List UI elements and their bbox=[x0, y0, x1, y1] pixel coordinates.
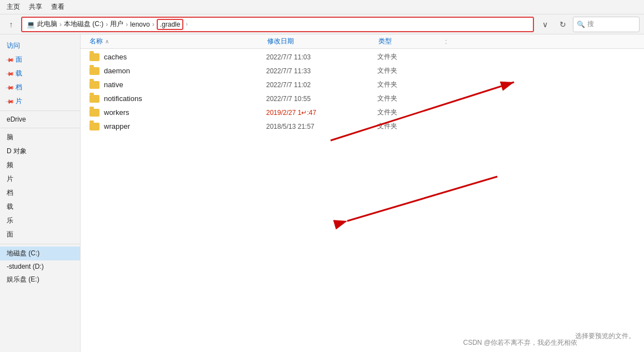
file-name: wrapper bbox=[104, 122, 266, 130]
search-icon: 🔍 bbox=[577, 21, 585, 28]
sidebar-item-music[interactable]: 乐 bbox=[0, 214, 80, 228]
sidebar-divider-3 bbox=[0, 244, 80, 244]
file-type: 文件夹 bbox=[377, 66, 444, 76]
file-name: daemon bbox=[104, 67, 266, 75]
file-date: 2018/5/13 21:57 bbox=[266, 123, 377, 130]
sidebar: 访问 📌 面 📌 载 📌 档 📌 片 eDrive 脑 D 对象 频 bbox=[0, 34, 81, 352]
file-type: 文件夹 bbox=[377, 122, 444, 131]
music-label: 乐 bbox=[7, 217, 13, 224]
file-date: 2022/7/7 11:33 bbox=[266, 67, 377, 75]
sidebar-divider-1 bbox=[0, 110, 80, 111]
downloads2-label: 载 bbox=[7, 203, 13, 210]
search-box[interactable]: 🔍 搜 bbox=[573, 17, 640, 32]
pc-label: 脑 bbox=[7, 133, 13, 141]
pin-icon-2: 📌 bbox=[6, 69, 14, 78]
sidebar-downloads-label: 载 bbox=[16, 69, 22, 78]
documents2-label: 档 bbox=[7, 189, 13, 197]
path-pc: 💻 bbox=[27, 21, 35, 28]
folder-icon bbox=[89, 53, 99, 61]
address-path[interactable]: 💻 此电脑 › 本地磁盘 (C:) › 用户 › lenovo › .gradl… bbox=[21, 17, 534, 32]
sidebar-item-quickaccess: 访问 bbox=[0, 39, 80, 53]
menu-view[interactable]: 查看 bbox=[51, 2, 64, 12]
file-date: 2022/7/7 10:55 bbox=[266, 95, 377, 103]
col-header-name[interactable]: 名称 ∧ bbox=[89, 37, 267, 46]
path-pc-label: 此电脑 bbox=[37, 19, 57, 29]
file-date: 2022/7/7 11:03 bbox=[266, 53, 377, 61]
desktop2-label: 面 bbox=[7, 230, 13, 238]
folder-icon bbox=[89, 109, 99, 117]
nav-up-button[interactable]: ↑ bbox=[4, 18, 18, 31]
sidebar-documents-label: 档 bbox=[16, 83, 22, 92]
file-row-daemon[interactable]: daemon 2022/7/7 11:33 文件夹 bbox=[81, 64, 644, 78]
sidebar-item-c-drive[interactable]: 地磁盘 (C:) bbox=[0, 247, 80, 260]
file-row-wrapper[interactable]: wrapper 2018/5/13 21:57 文件夹 bbox=[81, 119, 644, 133]
file-row-native[interactable]: native 2022/7/7 11:02 文件夹 bbox=[81, 78, 644, 92]
sort-arrow-icon: ∧ bbox=[105, 38, 109, 44]
content-area: 名称 ∧ 修改日期 类型 : caches 2022/7/7 11:03 文件夹… bbox=[81, 34, 644, 352]
file-name: notifications bbox=[104, 94, 266, 103]
file-name: native bbox=[104, 81, 266, 89]
path-drive: 本地磁盘 (C:) bbox=[64, 19, 103, 29]
column-headers: 名称 ∧ 修改日期 类型 : bbox=[81, 34, 644, 49]
d-drive-label: -student (D:) bbox=[7, 263, 44, 270]
sidebar-item-desktop[interactable]: 📌 面 bbox=[0, 53, 80, 67]
onedrive-label: eDrive bbox=[7, 115, 26, 123]
file-type: 文件夹 bbox=[377, 80, 444, 89]
path-gradle: .gradle bbox=[157, 19, 184, 30]
sidebar-item-downloads[interactable]: 📌 载 bbox=[0, 67, 80, 81]
menu-home[interactable]: 主页 bbox=[7, 2, 20, 12]
sidebar-item-3d[interactable]: D 对象 bbox=[0, 144, 80, 158]
sidebar-desktop-label: 面 bbox=[16, 55, 22, 64]
file-row-notifications[interactable]: notifications 2022/7/7 10:55 文件夹 bbox=[81, 92, 644, 105]
csdn-watermark: CSDN @你若不离不弃，我必生死相依 bbox=[463, 338, 577, 348]
path-lenovo: lenovo bbox=[130, 21, 149, 28]
refresh-button[interactable]: ↻ bbox=[555, 17, 571, 32]
sidebar-item-pictures2[interactable]: 片 bbox=[0, 172, 80, 186]
file-row-workers[interactable]: workers 2019/2/27 1↵:47 文件夹 bbox=[81, 105, 644, 119]
file-name: caches bbox=[104, 53, 266, 61]
quickaccess-label: 访问 bbox=[7, 41, 20, 51]
search-placeholder: 搜 bbox=[587, 19, 594, 29]
file-list: caches 2022/7/7 11:03 文件夹 daemon 2022/7/… bbox=[81, 49, 644, 352]
preview-hint: 选择要预览的文件。 bbox=[575, 331, 635, 341]
sidebar-item-desktop2[interactable]: 面 bbox=[0, 228, 80, 242]
file-name: workers bbox=[104, 108, 266, 117]
file-type: 文件夹 bbox=[377, 52, 444, 62]
pin-icon-4: 📌 bbox=[6, 97, 14, 105]
sidebar-item-downloads2[interactable]: 载 bbox=[0, 200, 80, 214]
addr-right-controls: ∨ ↻ 🔍 搜 bbox=[537, 17, 640, 32]
pin-icon-3: 📌 bbox=[6, 83, 14, 92]
sidebar-item-d-drive[interactable]: -student (D:) bbox=[0, 260, 80, 273]
file-date: 2019/2/27 1↵:47 bbox=[266, 109, 377, 117]
col-header-type[interactable]: 类型 bbox=[378, 37, 445, 46]
file-date: 2022/7/7 11:02 bbox=[266, 81, 377, 89]
sidebar-item-pictures[interactable]: 📌 片 bbox=[0, 94, 80, 108]
folder-icon bbox=[89, 67, 99, 75]
pictures2-label: 片 bbox=[7, 175, 13, 183]
sidebar-item-documents2[interactable]: 档 bbox=[0, 186, 80, 200]
folder-icon bbox=[89, 81, 99, 89]
file-type: 文件夹 bbox=[377, 94, 444, 103]
sidebar-item-documents[interactable]: 📌 档 bbox=[0, 81, 80, 94]
path-users: 用户 bbox=[110, 19, 123, 29]
sidebar-item-e-drive[interactable]: 娱乐盘 (E:) bbox=[0, 273, 80, 286]
col-header-date[interactable]: 修改日期 bbox=[267, 37, 378, 46]
folder-icon bbox=[89, 123, 99, 130]
sidebar-item-onedrive[interactable]: eDrive bbox=[0, 113, 80, 125]
main-layout: 访问 📌 面 📌 载 📌 档 📌 片 eDrive 脑 D 对象 频 bbox=[0, 34, 644, 352]
3d-label: D 对象 bbox=[7, 147, 27, 155]
col-header-extra: : bbox=[445, 38, 635, 46]
video-label: 频 bbox=[7, 161, 13, 169]
dropdown-button[interactable]: ∨ bbox=[537, 17, 553, 32]
sidebar-divider-2 bbox=[0, 128, 80, 128]
file-type: 文件夹 bbox=[377, 108, 444, 117]
sidebar-item-video[interactable]: 频 bbox=[0, 158, 80, 172]
sidebar-item-pc[interactable]: 脑 bbox=[0, 130, 80, 144]
folder-icon bbox=[89, 95, 99, 103]
c-drive-label: 地磁盘 (C:) bbox=[7, 249, 39, 257]
file-row-caches[interactable]: caches 2022/7/7 11:03 文件夹 bbox=[81, 50, 644, 64]
sidebar-pictures-label: 片 bbox=[16, 97, 22, 106]
menu-share[interactable]: 共享 bbox=[29, 2, 42, 12]
menu-bar: 主页 共享 查看 bbox=[0, 0, 644, 14]
pin-icon: 📌 bbox=[6, 55, 14, 64]
